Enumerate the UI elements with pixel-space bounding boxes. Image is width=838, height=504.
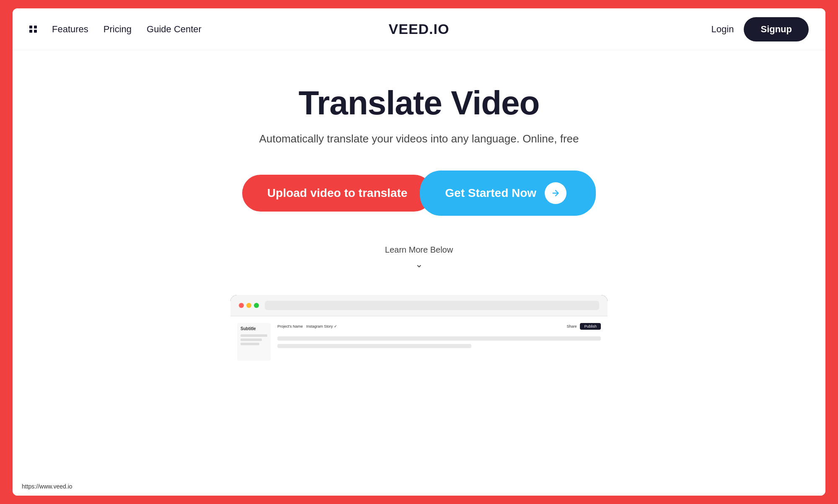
hero-subtitle: Automatically translate your videos into… [259, 132, 579, 145]
browser-toolbar [230, 295, 608, 316]
signup-button[interactable]: Signup [744, 17, 809, 41]
toolbar-mock: Project's Name Instagram Story ✓ Share P… [277, 323, 601, 330]
login-link[interactable]: Login [711, 24, 734, 35]
mock-bar-1 [277, 336, 601, 341]
instagram-story-label: Instagram Story ✓ [306, 324, 337, 328]
upload-video-button[interactable]: Upload video to translate [242, 175, 433, 212]
pricing-nav-link[interactable]: Pricing [103, 24, 132, 35]
main-window: Features Pricing Guide Center VEED.IO Lo… [13, 8, 825, 496]
navbar-right: Login Signup [711, 17, 809, 41]
get-started-button[interactable]: Get Started Now [420, 171, 596, 216]
arrow-icon [545, 182, 566, 204]
subtitle-label: Subtitle [241, 326, 267, 331]
toolbar-mock-left: Project's Name Instagram Story ✓ [277, 324, 337, 328]
hero-title: Translate Video [299, 84, 540, 122]
navbar-left: Features Pricing Guide Center [29, 24, 202, 35]
project-name-label: Project's Name [277, 324, 303, 328]
url-bar: https://www.veed.io [17, 481, 78, 491]
site-logo: VEED.IO [389, 21, 450, 37]
navbar: Features Pricing Guide Center VEED.IO Lo… [13, 8, 825, 50]
mock-bar-2 [277, 344, 471, 348]
chevron-down-icon[interactable]: ⌄ [415, 259, 423, 270]
browser-content: Subtitle Project's Name Instagram Story … [230, 316, 608, 367]
features-nav-link[interactable]: Features [52, 24, 88, 35]
get-started-label: Get Started Now [445, 186, 536, 200]
sidebar-mock: Subtitle [237, 323, 271, 361]
learn-more-section: Learn More Below ⌄ [385, 245, 453, 270]
main-content: Translate Video Automatically translate … [13, 50, 825, 496]
grid-icon[interactable] [29, 26, 37, 33]
browser-mockup: Subtitle Project's Name Instagram Story … [230, 295, 608, 367]
learn-more-text: Learn More Below [385, 245, 453, 255]
share-label: Share [566, 324, 577, 328]
guide-center-nav-link[interactable]: Guide Center [147, 24, 202, 35]
content-mock: Project's Name Instagram Story ✓ Share P… [277, 323, 601, 348]
cta-container: Upload video to translate Get Started No… [242, 171, 596, 216]
publish-label[interactable]: Publish [580, 323, 601, 330]
